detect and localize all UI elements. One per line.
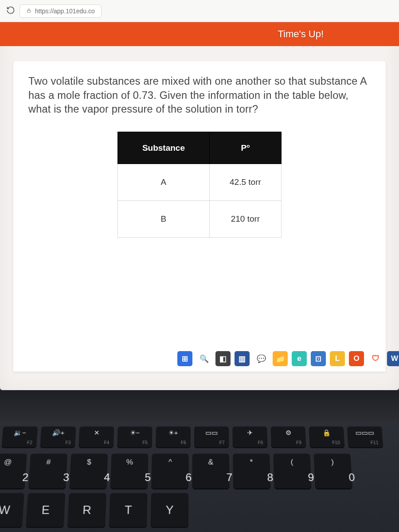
cell-substance: B xyxy=(118,201,210,238)
key-f6: ☀+F6 xyxy=(156,426,191,447)
key-r: R xyxy=(67,493,106,527)
key-f3: 🔊+F3 xyxy=(40,426,76,447)
key-f9: ⚙F9 xyxy=(270,426,306,447)
table-row: B 210 torr xyxy=(118,201,282,238)
laptop-bezel xyxy=(0,390,399,421)
lock-icon xyxy=(26,8,31,15)
cell-substance: A xyxy=(118,164,210,201)
cell-pressure: 210 torr xyxy=(209,201,281,238)
question-card: Two volatile substances are mixed with o… xyxy=(13,61,386,372)
taskbar-start-icon[interactable]: ⊞ xyxy=(177,351,192,366)
key-5: %5 xyxy=(110,454,149,489)
key-f10: 🔒F10 xyxy=(309,426,345,447)
col-header-substance: Substance xyxy=(118,132,210,164)
taskbar-wordw-icon[interactable]: W xyxy=(387,351,399,366)
key-0: )0 xyxy=(313,454,352,489)
url-text: https://app.101edu.co xyxy=(35,8,95,15)
taskbar-cortana-icon[interactable]: ◧ xyxy=(215,351,231,366)
taskbar-files-icon[interactable]: 📁 xyxy=(273,351,288,366)
taskbar-chat-icon[interactable]: 💬 xyxy=(254,351,269,366)
key-2: @2 xyxy=(0,454,27,489)
taskbar-word-icon[interactable]: ▥ xyxy=(235,351,250,366)
laptop-screen: https://app.101edu.co Time's Up! Two vol… xyxy=(0,0,399,390)
status-banner: Time's Up! xyxy=(0,22,399,46)
key-6: ^6 xyxy=(151,454,189,489)
key-y: Y xyxy=(150,493,188,527)
taskbar-brave-icon[interactable]: 🛡 xyxy=(368,351,383,366)
key-f11: ▭▭▭F11 xyxy=(347,426,383,447)
key-f2: 🔉−F2 xyxy=(1,426,38,447)
browser-address-bar: https://app.101edu.co xyxy=(0,0,399,22)
key-f5: ☀−F5 xyxy=(117,426,153,447)
taskbar-lock-icon[interactable]: L xyxy=(330,351,345,366)
taskbar-opera-icon[interactable]: O xyxy=(349,351,364,366)
windows-taskbar: ⊞🔍◧▥💬📁e⊡LO🛡W xyxy=(177,351,399,366)
key-7: &7 xyxy=(192,454,230,489)
taskbar-search-icon[interactable]: 🔍 xyxy=(196,351,211,366)
key-4: $4 xyxy=(69,454,108,489)
key-f7: ▭▭F7 xyxy=(194,426,229,447)
url-field[interactable]: https://app.101edu.co xyxy=(20,4,102,18)
key-w: W xyxy=(0,493,24,527)
physical-keyboard: 🔉−F2🔊+F3✕F4☀−F5☀+F6▭▭F7✈F8⚙F9🔒F10▭▭▭F11 … xyxy=(0,421,399,532)
key-t: T xyxy=(109,493,148,527)
col-header-pressure: Po xyxy=(209,132,281,164)
cell-pressure: 42.5 torr xyxy=(209,164,281,201)
banner-text: Time's Up! xyxy=(278,28,324,40)
key-e: E xyxy=(26,493,66,527)
key-9: (9 xyxy=(273,454,312,489)
key-f4: ✕F4 xyxy=(78,426,114,447)
data-table: Substance Po A 42.5 torr B 210 torr xyxy=(117,132,282,238)
taskbar-store-icon[interactable]: ⊡ xyxy=(311,351,326,366)
taskbar-edge-icon[interactable]: e xyxy=(292,351,307,366)
question-text: Two volatile substances are mixed with o… xyxy=(28,74,371,117)
svg-rect-0 xyxy=(27,10,31,12)
key-3: #3 xyxy=(28,454,67,489)
key-8: *8 xyxy=(233,454,270,489)
key-f8: ✈F8 xyxy=(232,426,267,447)
reload-icon[interactable] xyxy=(6,6,15,16)
table-row: A 42.5 torr xyxy=(118,164,282,201)
